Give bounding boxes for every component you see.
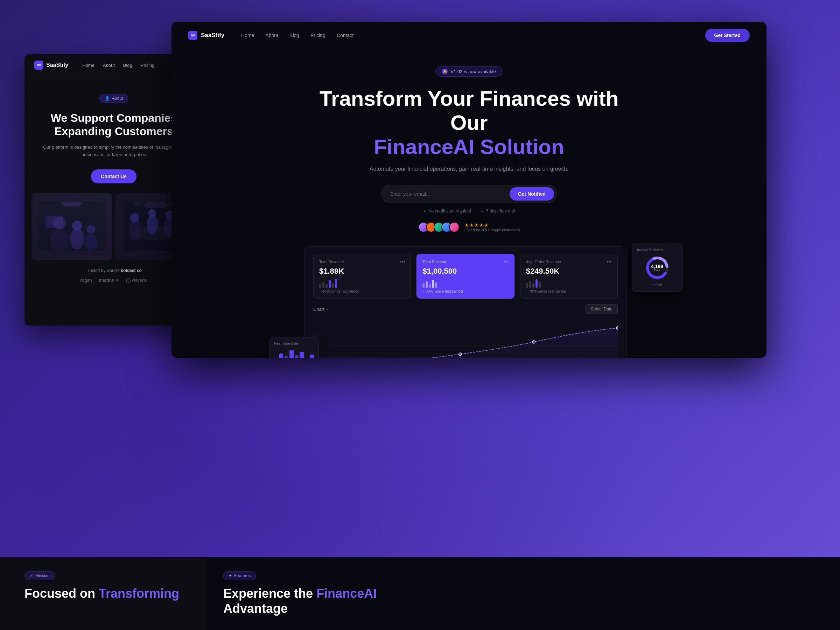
rev-card-1-dots[interactable]: ••• — [400, 259, 405, 265]
front-nav-right: Get Started — [705, 29, 750, 42]
features-icon: ✦ — [229, 573, 232, 578]
front-logo-icon: ✉ — [188, 31, 197, 40]
svg-point-17 — [144, 202, 168, 208]
front-hero: 🔔 V1.02 is now available Transform Your … — [172, 49, 766, 232]
revenue-card-2: Total Revenue ••• $1,00,500 ↑ 80% Since … — [417, 254, 514, 298]
front-nav-pricing[interactable]: Pricing — [311, 33, 325, 38]
back-nav-blog[interactable]: Blog — [123, 63, 132, 68]
svg-point-14 — [148, 209, 156, 217]
invoice-card: Invoice Statistics 4,198 Paid ● Paid — [632, 243, 682, 292]
hero-title-line2: FinanceAI Solution — [374, 135, 564, 159]
svg-point-18 — [133, 202, 144, 206]
back-nav-home[interactable]: Home — [82, 63, 95, 68]
realtime-label: Real-Time Sale — [274, 342, 314, 346]
rev-card-1-value: $1.89K — [319, 267, 405, 276]
front-bottom-title-line1: Experience the — [223, 586, 316, 601]
star-rating: ★★★★★ — [464, 222, 489, 228]
get-notified-button[interactable]: Get Notified — [510, 187, 554, 201]
svg-rect-0 — [38, 202, 105, 251]
svg-point-6 — [87, 225, 95, 234]
donut-chart: 4,198 Paid — [645, 256, 669, 280]
svg-point-2 — [53, 217, 66, 229]
mission-badge-label: Mission — [35, 573, 50, 578]
free-trial-text: ✓ 7 days free trial — [481, 208, 515, 213]
svg-point-1 — [51, 228, 68, 251]
chart-controls: Chart ▾ Select Date — [313, 304, 618, 314]
svg-point-26 — [459, 353, 462, 355]
svg-rect-7 — [46, 216, 63, 228]
select-date-button[interactable]: Select Date — [586, 304, 618, 314]
rev-card-2-value: $1,00,500 — [422, 267, 508, 276]
realtime-bars — [274, 348, 314, 358]
hero-tagline: Automate your financial operations, gain… — [172, 166, 766, 172]
rev-card-3-change: ↑ 70% Since last period — [526, 289, 612, 293]
version-badge-text: V1.02 is now available — [450, 69, 496, 74]
chart-label: Chart ▾ — [313, 306, 328, 312]
front-nav-home[interactable]: Home — [241, 33, 254, 38]
no-credit-card-text: ✓ No credit card required — [423, 208, 471, 213]
rev-card-3-dots[interactable]: ••• — [606, 259, 612, 265]
realtime-card: Real-Time Sale Today / Yesterday — [270, 337, 319, 358]
rev-card-2-change: ↑ 80% Since last period — [422, 289, 508, 293]
about-badge: 👤 About — [99, 94, 128, 103]
check-icon-2: ✓ — [481, 209, 484, 213]
hero-title: Transform Your Finances with Our Finance… — [311, 87, 627, 159]
rev-card-3-label: Avg. Order Revenue — [526, 260, 561, 264]
svg-point-5 — [85, 234, 97, 251]
back-logo-rogan: rogan — [80, 278, 92, 283]
svg-point-12 — [130, 213, 139, 222]
back-logo-icon: ✉ — [34, 60, 43, 69]
front-navbar: ✉ SaaStify Home About Blog Pricing Conta… — [172, 22, 766, 49]
invoice-paid-label: ● Paid — [637, 283, 677, 286]
back-nav-links: Home About Blog Pricing — [82, 63, 154, 68]
check-icon-1: ✓ — [423, 209, 426, 213]
mission-badge: ✓ Mission — [25, 571, 55, 580]
get-started-button[interactable]: Get Started — [705, 29, 750, 42]
contact-us-button[interactable]: Contact Us — [91, 169, 136, 183]
social-proof: ★★★★★ Loved by 30k+ happy customers — [172, 222, 766, 232]
avatar-5 — [449, 222, 459, 232]
svg-point-8 — [61, 202, 82, 207]
social-proof-text: Loved by 30k+ happy customers — [464, 228, 520, 232]
stars-container: ★★★★★ Loved by 30k+ happy customers — [464, 222, 520, 232]
back-logo-text: SaaStify — [46, 62, 68, 68]
rev-card-1-label: Total Revenue — [319, 260, 344, 264]
main-chart-card: Total Revenue ••• $1.89K ↑ 46% Since las… — [305, 246, 627, 358]
back-bottom-title: Focused on Transforming — [25, 586, 182, 601]
bottom-left: ✓ Mission Focused on Transforming — [0, 557, 207, 630]
svg-point-27 — [532, 341, 535, 343]
svg-point-28 — [616, 327, 618, 329]
office-svg-1 — [38, 202, 105, 251]
invoice-card-label: Invoice Statistics — [637, 248, 677, 252]
office-image-1 — [32, 193, 112, 260]
features-badge: ✦ Features — [223, 571, 256, 580]
avatars-row — [418, 222, 459, 232]
svg-point-11 — [128, 219, 141, 240]
rev-card-2-chart — [422, 278, 508, 288]
email-form[interactable]: Get Notified — [382, 185, 556, 203]
dashboard-area: Total Revenue ••• $1.89K ↑ 46% Since las… — [276, 246, 662, 358]
front-logo: ✉ SaaStify — [188, 31, 224, 40]
bottom-right: ✦ Features Experience the FinanceAI Adva… — [207, 557, 840, 630]
svg-point-3 — [70, 228, 84, 249]
back-nav-about[interactable]: About — [103, 63, 115, 68]
window-front: ✉ SaaStify Home About Blog Pricing Conta… — [172, 22, 766, 358]
svg-point-13 — [147, 215, 158, 235]
bell-icon: 🔔 — [442, 69, 448, 74]
back-logo-waverio: ◯ waverio — [126, 278, 147, 283]
back-hero-description: Our platform is designed to simplify the… — [36, 144, 192, 159]
about-badge-label: About — [112, 96, 123, 101]
svg-point-4 — [72, 221, 82, 231]
front-bottom-title: Experience the FinanceAI Advantage — [223, 586, 823, 616]
back-bottom-title-text: Focused on — [25, 586, 99, 601]
front-nav-about[interactable]: About — [265, 33, 278, 38]
front-nav-contact[interactable]: Contact — [337, 33, 354, 38]
front-logo-text: SaaStify — [201, 32, 224, 39]
front-nav-blog[interactable]: Blog — [289, 33, 299, 38]
front-bottom-title-line2: Advantage — [223, 601, 288, 616]
back-nav-pricing[interactable]: Pricing — [141, 63, 155, 68]
revenue-cards-row: Total Revenue ••• $1.89K ↑ 46% Since las… — [313, 254, 618, 298]
rev-card-2-dots[interactable]: ••• — [503, 259, 508, 265]
back-logo: ✉ SaaStify — [34, 60, 68, 69]
email-input[interactable] — [390, 191, 510, 197]
